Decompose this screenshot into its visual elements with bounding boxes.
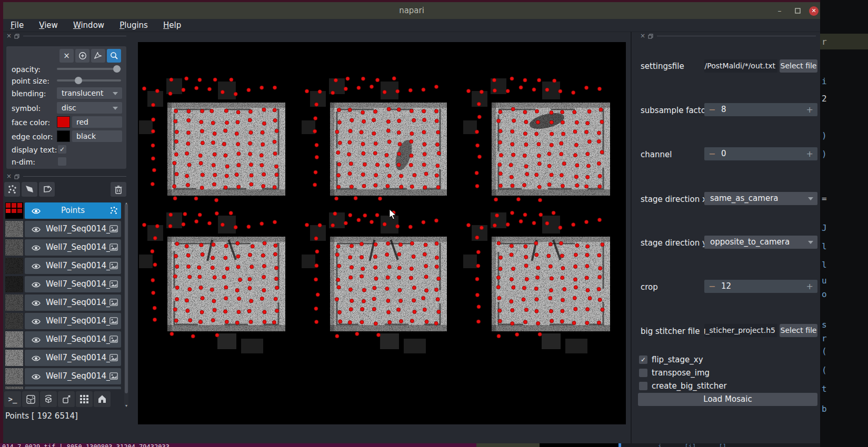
opacity-slider-handle[interactable]	[113, 65, 121, 73]
new-labels-layer-button[interactable]	[39, 182, 55, 197]
create-big-stitcher-checkbox[interactable]	[639, 382, 647, 390]
image-layer-icon	[109, 298, 118, 308]
symbol-dropdown[interactable]: disc	[57, 102, 122, 114]
visibility-eye-icon[interactable]	[32, 299, 41, 309]
registration-point	[337, 185, 341, 189]
visibility-eye-icon[interactable]	[32, 317, 41, 327]
select-points-button[interactable]	[91, 49, 105, 63]
titlebar[interactable]: napari – ✕	[3, 2, 820, 19]
delete-points-button[interactable]: ×	[59, 49, 74, 63]
spin-plus-icon[interactable]: +	[806, 103, 813, 116]
registration-point	[477, 115, 481, 119]
edge-color-swatch[interactable]	[57, 130, 70, 142]
scrollbar-thumb[interactable]	[125, 204, 128, 393]
layer-row[interactable]: Well7_Seq0014_7_(	[4, 221, 123, 237]
new-points-layer-button[interactable]	[4, 182, 20, 197]
plugin-dock-float-icon[interactable]	[648, 34, 653, 39]
opacity-slider[interactable]	[57, 68, 121, 70]
controls-dock-float-icon[interactable]	[14, 34, 19, 39]
layer-row[interactable]: Well7_Seq0014_7_(	[4, 350, 123, 366]
console-button[interactable]: >_	[4, 391, 21, 407]
add-points-button[interactable]	[75, 49, 89, 63]
layer-list-scrollbar[interactable]: ▴ ▾	[124, 202, 128, 407]
pan-zoom-button[interactable]	[107, 49, 121, 63]
layers-dock-close-icon[interactable]: ×	[6, 174, 12, 179]
stage-direction-x-dropdown[interactable]: same_as_camera	[704, 192, 817, 205]
visibility-eye-icon[interactable]	[32, 262, 41, 272]
layer-row[interactable]: Well7_Seq0014_7_(	[4, 387, 123, 389]
big-stitcher-select-file-button[interactable]: Select file	[780, 324, 817, 337]
registration-point	[480, 90, 483, 94]
minimize-button[interactable]: –	[775, 6, 784, 16]
maximize-button[interactable]	[793, 6, 802, 16]
layer-row[interactable]: Well7_Seq0014_7_(	[4, 331, 123, 348]
controls-dock-close-icon[interactable]: ×	[6, 33, 12, 38]
spin-minus-icon[interactable]: −	[709, 147, 715, 160]
registration-point	[523, 110, 527, 114]
menu-file[interactable]: File	[11, 19, 24, 32]
point-size-slider[interactable]	[57, 79, 121, 82]
layer-row[interactable]: Well7_Seq0014_7_(	[4, 239, 123, 256]
registration-point	[498, 129, 502, 133]
blending-dropdown[interactable]: translucent	[57, 87, 122, 99]
layer-row[interactable]: Well7_Seq0014_7_(	[4, 368, 123, 384]
big-stitcher-file-input[interactable]: g_sticher_project.h5	[704, 324, 777, 337]
spin-plus-icon[interactable]: +	[806, 280, 813, 293]
transpose-img-checkbox[interactable]	[639, 369, 647, 377]
crop-label: crop	[641, 282, 658, 292]
dock-splitter[interactable]	[631, 32, 632, 443]
delete-layer-button[interactable]	[111, 182, 126, 197]
layer-row[interactable]: Well7_Seq0014_7_(	[4, 276, 123, 292]
layers-dock-float-icon[interactable]	[14, 174, 19, 179]
settingsfile-select-file-button[interactable]: Select file	[780, 59, 817, 73]
settingsfile-input[interactable]: /PostMaldi/*/out.txt	[704, 59, 777, 73]
layer-row[interactable]: Well7_Seq0014_7_(	[4, 294, 123, 311]
visibility-eye-icon[interactable]	[32, 243, 41, 253]
spin-minus-icon[interactable]: −	[709, 103, 715, 116]
channel-spinbox[interactable]: − 0 +	[704, 147, 817, 160]
registration-point	[511, 184, 514, 188]
menu-plugins[interactable]: Plugins	[119, 19, 148, 32]
new-shapes-layer-button[interactable]	[22, 182, 37, 197]
edge-color-value[interactable]: black	[72, 130, 122, 142]
point-size-slider-handle[interactable]	[75, 77, 82, 84]
visibility-eye-icon[interactable]	[32, 354, 41, 364]
crop-spinbox[interactable]: − 12 +	[704, 280, 817, 293]
load-mosaic-button[interactable]: Load Mosaic	[638, 393, 817, 406]
registration-point	[260, 297, 264, 300]
magnifier-icon	[110, 52, 118, 60]
flip-stage-xy-checkbox[interactable]: ✓	[639, 355, 647, 364]
subsample-factor-spinbox[interactable]: − 8 +	[704, 103, 817, 116]
registration-point	[313, 183, 317, 187]
visibility-eye-icon[interactable]	[32, 336, 41, 346]
home-reset-view-button[interactable]	[94, 391, 111, 407]
scroll-down-icon[interactable]: ▾	[124, 403, 128, 408]
menu-help[interactable]: Help	[163, 19, 181, 32]
visibility-eye-icon[interactable]	[32, 372, 41, 382]
face-color-value[interactable]: red	[72, 116, 122, 128]
layer-row-points[interactable]: Points	[4, 202, 123, 219]
n-dim-checkbox[interactable]	[58, 157, 66, 166]
close-button[interactable]: ✕	[809, 6, 819, 16]
menu-view[interactable]: View	[39, 19, 58, 32]
registration-point	[211, 141, 215, 145]
face-color-swatch[interactable]	[57, 116, 70, 128]
registration-point	[153, 306, 156, 310]
grid-view-button[interactable]	[76, 391, 93, 407]
layer-row[interactable]: Well7_Seq0014_7_(	[4, 313, 123, 329]
layer-row[interactable]: Well7_Seq0014_7_(	[4, 258, 123, 274]
spin-minus-icon[interactable]: −	[709, 280, 715, 293]
visibility-eye-icon[interactable]	[32, 225, 41, 235]
transpose-button[interactable]	[58, 391, 75, 407]
ndisplay-toggle-button[interactable]	[22, 391, 39, 407]
spin-plus-icon[interactable]: +	[806, 147, 813, 160]
display-text-checkbox[interactable]: ✓	[58, 145, 66, 154]
roll-dimensions-button[interactable]	[40, 391, 57, 407]
registration-point	[547, 182, 551, 186]
stage-direction-y-dropdown[interactable]: opposite_to_camera	[704, 236, 817, 249]
registration-point	[497, 241, 501, 245]
viewer-canvas[interactable]	[138, 42, 626, 424]
visibility-eye-icon[interactable]	[32, 280, 41, 290]
plugin-dock-close-icon[interactable]: ×	[640, 33, 645, 38]
menu-window[interactable]: Window	[73, 19, 104, 32]
